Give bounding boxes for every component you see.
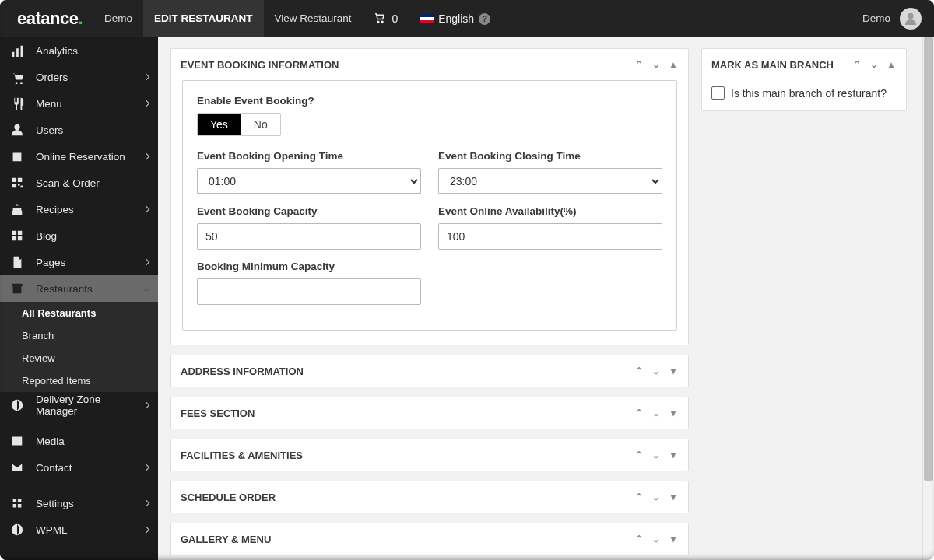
chevron-icon <box>143 402 149 408</box>
chevron-icon <box>143 285 149 292</box>
globe-icon <box>9 523 25 537</box>
svg-point-0 <box>377 21 379 23</box>
move-up-icon[interactable]: ⌃ <box>851 59 862 70</box>
move-up-icon[interactable]: ⌃ <box>634 534 644 544</box>
topnav-language[interactable]: English ? <box>409 12 501 25</box>
capacity-input[interactable] <box>197 223 421 250</box>
sidebar-item-delivery-zone-manager[interactable]: Delivery Zone Manager <box>0 392 158 418</box>
panel-header-schedule[interactable]: SCHEDULE ORDER ⌃⌄▾ <box>171 481 688 513</box>
topnav-user[interactable]: Demo <box>851 0 894 37</box>
expand-icon[interactable]: ▾ <box>668 534 679 544</box>
move-down-icon[interactable]: ⌄ <box>651 534 662 544</box>
panel-title: FACILITIES & AMENITIES <box>181 450 303 461</box>
panel-schedule: SCHEDULE ORDER ⌃⌄▾ <box>170 481 689 513</box>
svg-point-1 <box>381 21 383 23</box>
topbar: eatance. Demo EDIT RESTAURANT View Resta… <box>0 0 934 37</box>
sidebar-subitem-all-restaurants[interactable]: All Restaurants <box>0 302 158 324</box>
sidebar-item-analytics[interactable]: Analytics <box>0 37 158 64</box>
flag-icon <box>420 14 434 23</box>
move-down-icon[interactable]: ⌄ <box>651 408 662 418</box>
move-up-icon[interactable]: ⌃ <box>634 366 644 376</box>
sidebar-item-label: Recipes <box>36 204 133 215</box>
media-icon <box>9 434 25 448</box>
panel-header-facilities[interactable]: FACILITIES & AMENITIES ⌃⌄▾ <box>171 439 688 471</box>
move-up-icon[interactable]: ⌃ <box>634 492 644 502</box>
expand-icon[interactable]: ▾ <box>668 366 679 376</box>
sidebar-item-pages[interactable]: Pages <box>0 249 158 275</box>
move-down-icon[interactable]: ⌄ <box>869 59 880 70</box>
sidebar-item-label: Scan & Order <box>36 177 149 189</box>
sidebar-item-online-reservation[interactable]: Online Reservation <box>0 143 158 170</box>
enable-booking-label: Enable Event Booking? <box>197 95 662 107</box>
move-down-icon[interactable]: ⌄ <box>651 450 662 460</box>
sidebar-item-settings[interactable]: Settings <box>0 490 158 516</box>
sidebar-item-label: Users <box>36 124 149 136</box>
topnav-view-restaurant[interactable]: View Restaurant <box>264 0 363 37</box>
toggle-yes[interactable]: Yes <box>198 114 241 135</box>
topnav-cart[interactable]: 0 <box>362 11 409 27</box>
sidebar-item-label: Contact <box>36 462 133 474</box>
move-down-icon[interactable]: ⌄ <box>651 366 662 376</box>
store-icon <box>9 282 25 296</box>
cart-icon <box>373 11 387 27</box>
move-down-icon[interactable]: ⌄ <box>651 492 662 502</box>
expand-icon[interactable]: ▾ <box>668 492 679 502</box>
main-content: EVENT BOOKING INFORMATION ⌃ ⌄ ▴ Enable E… <box>158 37 934 560</box>
sidebar-item-users[interactable]: Users <box>0 117 158 143</box>
sidebar-item-recipes[interactable]: Recipes <box>0 196 158 222</box>
panel-header-event-booking[interactable]: EVENT BOOKING INFORMATION ⌃ ⌄ ▴ <box>171 49 688 80</box>
chevron-icon <box>143 259 149 265</box>
sidebar-item-blog[interactable]: Blog <box>0 222 158 249</box>
chevron-icon <box>143 206 149 212</box>
brand-name: eatance <box>17 9 78 28</box>
move-up-icon[interactable]: ⌃ <box>634 450 644 460</box>
panel-gallery: GALLERY & MENU ⌃⌄▾ <box>170 523 689 555</box>
toggle-no[interactable]: No <box>241 114 280 135</box>
sidebar-item-contact[interactable]: Contact <box>0 454 158 481</box>
capacity-label: Event Booking Capacity <box>197 205 421 217</box>
brand-logo: eatance. <box>12 9 93 29</box>
panel-header-address[interactable]: ADDRESS INFORMATION ⌃⌄▾ <box>171 355 688 387</box>
sidebar-item-orders[interactable]: Orders <box>0 64 158 90</box>
sidebar-subitem-review[interactable]: Review <box>0 347 158 369</box>
scrollbar-track[interactable] <box>922 37 934 560</box>
min-capacity-input[interactable] <box>197 278 421 305</box>
availability-input[interactable] <box>438 223 662 250</box>
panel-title: FEES SECTION <box>181 408 255 419</box>
chevron-icon <box>143 74 149 80</box>
topnav-demo[interactable]: Demo <box>93 0 143 37</box>
main-branch-checkbox[interactable] <box>711 86 725 100</box>
expand-icon[interactable]: ▾ <box>668 450 679 460</box>
panel-header-main-branch[interactable]: MARK AS MAIN BRANCH ⌃⌄▴ <box>702 49 906 80</box>
sidebar-item-scan-order[interactable]: Scan & Order <box>0 170 158 196</box>
sidebar-item-label: Online Reservation <box>36 151 133 163</box>
panel-header-gallery[interactable]: GALLERY & MENU ⌃⌄▾ <box>171 523 688 555</box>
move-up-icon[interactable]: ⌃ <box>634 408 644 418</box>
calendar-icon <box>9 149 25 163</box>
panel-event-booking: EVENT BOOKING INFORMATION ⌃ ⌄ ▴ Enable E… <box>170 48 689 345</box>
sidebar-subitem-branch[interactable]: Branch <box>0 324 158 347</box>
side-column: MARK AS MAIN BRANCH ⌃⌄▴ Is this main bra… <box>701 48 907 121</box>
sidebar-item-wpml[interactable]: WPML <box>0 516 158 543</box>
opening-time-select[interactable]: 01:00 <box>197 168 421 194</box>
user-icon <box>9 123 25 137</box>
avatar-icon[interactable] <box>900 8 922 30</box>
sidebar-item-media[interactable]: Media <box>0 428 158 454</box>
expand-icon[interactable]: ▾ <box>668 408 679 418</box>
chevron-icon <box>143 100 149 107</box>
settings-icon <box>9 496 25 510</box>
min-capacity-label: Booking Minimum Capacity <box>197 261 421 272</box>
qr-icon <box>9 176 25 190</box>
collapse-icon[interactable]: ▴ <box>668 59 679 70</box>
panel-header-fees[interactable]: FEES SECTION ⌃⌄▾ <box>171 397 688 429</box>
scrollbar-thumb[interactable] <box>924 37 933 481</box>
sidebar-subitem-reported-items[interactable]: Reported Items <box>0 369 158 392</box>
move-up-icon[interactable]: ⌃ <box>634 59 644 70</box>
closing-time-select[interactable]: 23:00 <box>438 168 662 194</box>
sidebar-item-restaurants[interactable]: Restaurants <box>0 275 158 302</box>
collapse-icon[interactable]: ▴ <box>886 59 897 70</box>
sidebar-item-menu[interactable]: Menu <box>0 90 158 117</box>
topnav-edit-restaurant[interactable]: EDIT RESTAURANT <box>143 0 264 37</box>
move-down-icon[interactable]: ⌄ <box>651 59 662 70</box>
panel-title: EVENT BOOKING INFORMATION <box>181 59 339 71</box>
